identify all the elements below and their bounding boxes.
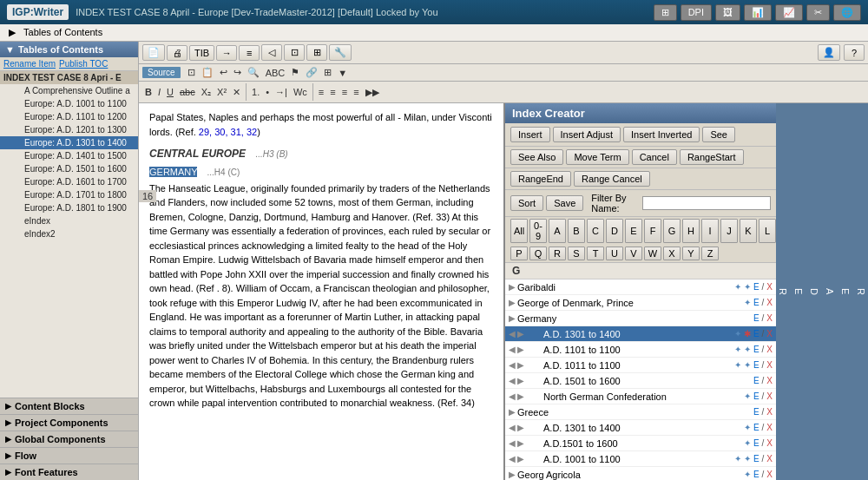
germany-x[interactable]: X bbox=[766, 313, 773, 323]
bold-btn[interactable]: B bbox=[142, 86, 155, 98]
see-also-btn[interactable]: See Also bbox=[510, 149, 563, 165]
alpha-Y[interactable]: Y bbox=[682, 247, 700, 260]
alpha-K[interactable]: K bbox=[740, 219, 757, 243]
sidebar-global-components[interactable]: ▶Global Components bbox=[0, 431, 138, 447]
toc-header[interactable]: ▼ Tables of Contents bbox=[0, 42, 138, 57]
save-btn[interactable]: Save bbox=[546, 195, 583, 211]
src-undo-btn[interactable]: ↩ bbox=[217, 66, 230, 79]
alpha-L[interactable]: L bbox=[759, 219, 776, 243]
germany-1501-x[interactable]: X bbox=[766, 376, 773, 385]
chart-btn[interactable]: 📊 bbox=[744, 4, 772, 21]
see-btn[interactable]: See bbox=[702, 127, 735, 142]
globe-btn[interactable]: 🌐 bbox=[833, 4, 861, 21]
greece-x[interactable]: X bbox=[766, 407, 773, 417]
reader-tab-E2[interactable]: E bbox=[792, 285, 806, 298]
clear-format-btn[interactable]: ✕ bbox=[230, 86, 243, 99]
alpha-C[interactable]: C bbox=[587, 219, 604, 243]
alpha-P[interactable]: P bbox=[510, 247, 528, 260]
toc-item-0[interactable]: A Comprehensive Outline a bbox=[0, 84, 138, 97]
alpha-T[interactable]: T bbox=[587, 247, 604, 260]
alpha-E[interactable]: E bbox=[625, 219, 642, 243]
scissors-btn[interactable]: ✂ bbox=[806, 4, 830, 21]
grid-btn[interactable]: ⊞ bbox=[306, 44, 327, 61]
toc-item-3[interactable]: Europe: A.D. 1201 to 1300 bbox=[0, 123, 138, 136]
alpha-I[interactable]: I bbox=[701, 219, 719, 243]
indent-btn[interactable]: →| bbox=[273, 86, 290, 98]
lines-btn[interactable]: ≡ bbox=[239, 45, 260, 61]
alpha-J[interactable]: J bbox=[720, 219, 738, 243]
alpha-B[interactable]: B bbox=[568, 219, 585, 243]
idx-greece-1001[interactable]: ◀ ▶ A.D. 1001 to 1100 ✦ ✦ E / X bbox=[505, 451, 776, 467]
idx-garibaldi[interactable]: ▶ Garibaldi ✦ ✦ E / X bbox=[505, 279, 776, 295]
idx-georg-agricola[interactable]: ▶ Georg Agricola ✦ E / X bbox=[505, 467, 776, 480]
sidebar-content-blocks[interactable]: ▶Content Blocks bbox=[0, 398, 138, 414]
sidebar-font-features[interactable]: ▶Font Features bbox=[0, 464, 138, 480]
alpha-09[interactable]: 0-9 bbox=[529, 219, 547, 243]
reader-tab-R2[interactable]: R bbox=[776, 285, 790, 299]
sidebar-project-components[interactable]: ▶Project Components bbox=[0, 414, 138, 431]
toc-item-6[interactable]: Europe: A.D. 1501 to 1600 bbox=[0, 162, 138, 175]
reader-tab-R[interactable]: R bbox=[854, 285, 868, 299]
georg-e[interactable]: E bbox=[753, 470, 760, 479]
publish-toc-link[interactable]: Publish TOC bbox=[59, 59, 108, 69]
range-end-btn[interactable]: RangeEnd bbox=[510, 171, 571, 187]
alpha-V[interactable]: V bbox=[625, 247, 642, 260]
germany-1101-e[interactable]: E bbox=[753, 345, 760, 354]
image-btn[interactable]: 🖼 bbox=[715, 4, 740, 21]
toc-item-4[interactable]: Europe: A.D. 1301 to 1400 bbox=[0, 136, 138, 149]
alpha-G[interactable]: G bbox=[663, 219, 681, 243]
greece-1001-x[interactable]: X bbox=[766, 454, 773, 464]
germany-1301-x[interactable]: X bbox=[766, 329, 773, 339]
idx-germany-1101[interactable]: ◀ ▶ A.D. 1101 to 1100 ✦ ✦ E / X bbox=[505, 342, 776, 358]
idx-germany-1301[interactable]: ◀ ▶ A.D. 1301 to 1400 ✦ ✱ E / X bbox=[505, 326, 776, 342]
idx-greece[interactable]: ▶ Greece E / X bbox=[505, 404, 776, 420]
insert-adjust-btn[interactable]: Insert Adjust bbox=[553, 127, 621, 142]
germany-1011-e[interactable]: E bbox=[753, 360, 760, 370]
alpha-D[interactable]: D bbox=[606, 219, 623, 243]
ul-btn[interactable]: • bbox=[263, 86, 272, 98]
alpha-S[interactable]: S bbox=[568, 247, 585, 260]
source-label[interactable]: Source bbox=[142, 67, 181, 78]
src-link-btn[interactable]: 🔗 bbox=[303, 66, 320, 79]
toc-item-1[interactable]: Europe: A.D. 1001 to 1100 bbox=[0, 97, 138, 110]
george-e[interactable]: E bbox=[753, 298, 760, 307]
idx-greece-1501[interactable]: ◀ ▶ A.D.1501 to 1600 ✦ E / X bbox=[505, 436, 776, 451]
north-german-x[interactable]: X bbox=[766, 391, 773, 401]
germany-1501-e[interactable]: E bbox=[753, 376, 760, 385]
greece-1501-e[interactable]: E bbox=[753, 438, 760, 448]
align-justify-btn[interactable]: ≡ bbox=[351, 86, 361, 98]
insert-btn[interactable]: Insert bbox=[510, 127, 550, 142]
germany-1301-e[interactable]: E bbox=[753, 329, 760, 339]
idx-germany[interactable]: ▶ Germany E / X bbox=[505, 311, 776, 326]
print-btn[interactable]: 🖨 bbox=[167, 45, 187, 61]
germany-1011-x[interactable]: X bbox=[766, 360, 773, 370]
italic-btn[interactable]: I bbox=[155, 86, 163, 98]
new-btn[interactable]: 📄 bbox=[142, 44, 165, 61]
north-german-e[interactable]: E bbox=[753, 391, 760, 401]
underline-btn[interactable]: U bbox=[164, 86, 176, 98]
idx-germany-1501[interactable]: ◀ ▶ A.D. 1501 to 1600 E / X bbox=[505, 373, 776, 389]
align-right-btn[interactable]: ≡ bbox=[339, 86, 350, 98]
georg-x[interactable]: X bbox=[766, 470, 773, 479]
filter-input[interactable] bbox=[642, 196, 771, 210]
idx-germany-1011[interactable]: ◀ ▶ A.D. 1011 to 1100 ✦ ✦ E / X bbox=[505, 358, 776, 373]
greece-1301-e[interactable]: E bbox=[753, 423, 760, 432]
doc-refs-before[interactable]: 29, 30, 31, 32 bbox=[199, 127, 257, 137]
alpha-Z[interactable]: Z bbox=[701, 247, 719, 260]
user-btn[interactable]: 👤 bbox=[818, 44, 840, 61]
subscript-btn[interactable]: X₂ bbox=[199, 86, 214, 99]
help-btn[interactable]: ? bbox=[844, 44, 865, 61]
toc-item-2[interactable]: Europe: A.D. 1101 to 1200 bbox=[0, 110, 138, 123]
greece-e[interactable]: E bbox=[753, 407, 760, 417]
toc-item-eindex[interactable]: eIndex bbox=[0, 214, 138, 227]
menu-toc[interactable]: ▶ Tables of Contents bbox=[3, 26, 113, 39]
sort-btn[interactable]: Sort bbox=[510, 195, 543, 211]
toc-item-main[interactable]: INDEX TEST CASE 8 Apri - E bbox=[0, 71, 138, 84]
toc-item-9[interactable]: Europe: A.D. 1801 to 1900 bbox=[0, 201, 138, 214]
alpha-A[interactable]: A bbox=[549, 219, 566, 243]
src-more-btn[interactable]: ▼ bbox=[335, 67, 350, 79]
idx-north-german[interactable]: ◀ ▶ North German Confederation ✦ E / X bbox=[505, 389, 776, 404]
src-find-btn[interactable]: 🔍 bbox=[245, 66, 262, 79]
index-list[interactable]: G ▶ Garibaldi ✦ ✦ E / X ▶ bbox=[505, 263, 776, 480]
src-redo-btn[interactable]: ↪ bbox=[231, 66, 244, 79]
